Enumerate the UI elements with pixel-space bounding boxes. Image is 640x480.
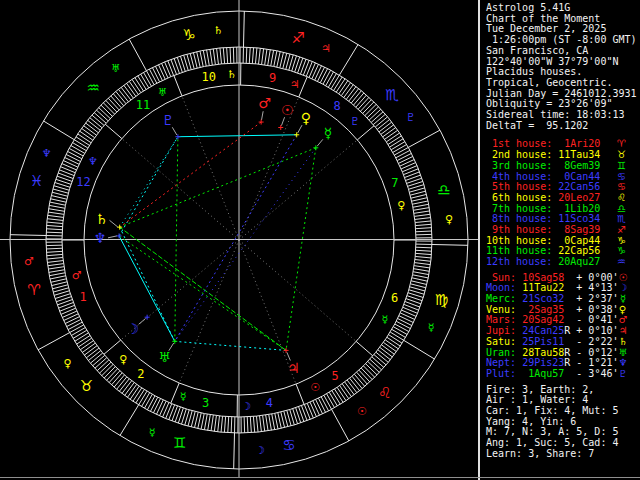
sign-ruler-glyph: ☿ [428, 321, 435, 334]
chart-wheel-pane: ♈♂♉♀♊☿♋☽♌☉♍☿♎♀♏♇♐♃♑♄♒♅♓♆1♂2♀3☿4☽5☉6☿7♀8♇… [0, 0, 478, 480]
degree-tick [399, 156, 413, 163]
degree-tick [263, 415, 265, 431]
house-ruler-glyph: ♂ [72, 269, 82, 282]
degree-tick [402, 166, 417, 172]
sign-glyph-4: ♋ [282, 436, 295, 454]
degree-tick [336, 79, 345, 92]
house-cusp-divider [296, 384, 304, 404]
degree-tick [386, 133, 399, 142]
aspect-line-ven-ura [175, 135, 297, 342]
degree-tick [227, 47, 228, 63]
house-sign-glyph: ♊ [617, 161, 626, 172]
degree-tick [383, 342, 396, 351]
degree-tick [224, 416, 225, 432]
sign-boundary [38, 333, 70, 350]
degree-tick [387, 337, 400, 346]
degree-tick [210, 49, 212, 65]
degree-tick [51, 282, 67, 286]
degree-tick [223, 48, 224, 64]
sign-ruler-glyph: ♅ [111, 62, 121, 75]
degree-tick [401, 163, 416, 169]
house-number-10: 10 [202, 70, 216, 84]
degree-tick [220, 48, 222, 64]
degree-tick [272, 414, 275, 430]
chart-wheel: ♈♂♉♀♊☿♋☽♌☉♍☿♎♀♏♇♐♃♑♄♒♅♓♆1♂2♀3☿4☽5☉6☿7♀8♇… [0, 0, 478, 480]
degree-tick [332, 391, 340, 405]
degree-tick [391, 142, 405, 150]
degree-tick [400, 159, 415, 166]
degree-tick [309, 63, 315, 78]
degree-tick [50, 202, 66, 205]
degree-tick [412, 278, 428, 281]
degree-tick [201, 414, 204, 430]
sat-icon: ♄ [618, 337, 627, 348]
degree-tick [392, 329, 406, 337]
house-number-12: 12 [76, 175, 90, 189]
planet-pointer [281, 117, 284, 125]
degree-tick [268, 50, 271, 66]
degree-tick [48, 264, 64, 266]
sign-ruler-glyph: ♃ [321, 42, 331, 55]
sign-glyph-10: ♑ [182, 26, 195, 44]
sign-boundary [408, 130, 440, 147]
sign-ruler-glyph: ♂ [24, 255, 34, 268]
degree-tick [266, 415, 268, 431]
degree-tick [194, 412, 198, 428]
degree-tick [323, 70, 331, 84]
degree-tick [397, 153, 411, 160]
degree-tick [313, 401, 320, 416]
degree-tick [149, 69, 156, 83]
degree-tick [255, 48, 256, 64]
degree-tick [413, 204, 429, 207]
house-cusp-divider [299, 77, 307, 97]
planet-glyph-plu: ♇ [162, 112, 175, 128]
degree-tick [318, 67, 325, 81]
degree-tick [315, 66, 322, 80]
degree-tick [269, 414, 272, 430]
sign-glyph-1: ♈ [27, 281, 40, 299]
planet-pointer [139, 318, 146, 324]
sign-glyph-2: ♉ [80, 377, 93, 395]
degree-tick [156, 400, 163, 414]
degree-tick [48, 215, 64, 217]
degree-tick [385, 340, 398, 349]
degree-tick [400, 313, 415, 320]
degree-tick [200, 51, 203, 67]
house-number-2: 2 [137, 367, 144, 381]
house-ruler-glyph: ♇ [350, 115, 360, 128]
degree-tick [396, 150, 410, 157]
house-cusp-divider [171, 383, 179, 403]
planet-glyph-nep: ♆ [94, 230, 107, 246]
degree-tick [126, 83, 135, 96]
degree-tick [193, 52, 197, 68]
degree-tick [47, 219, 63, 221]
sign-glyph-5: ♌ [378, 384, 391, 402]
degree-tick [321, 397, 328, 411]
degree-tick [80, 131, 93, 140]
degree-tick [153, 399, 160, 413]
house-number-11: 11 [136, 98, 150, 112]
degree-tick [71, 145, 85, 153]
house-sign-glyph: ♌ [617, 193, 626, 204]
degree-tick [61, 308, 76, 314]
degree-tick [396, 321, 410, 328]
degree-tick [320, 69, 327, 83]
aspect-line-sat-plu [120, 137, 178, 227]
degree-tick [47, 261, 63, 263]
degree-tick [231, 417, 232, 433]
degree-tick [312, 64, 319, 79]
planet-glyph-jup: ♃ [287, 360, 300, 376]
house-cusp-line [239, 240, 356, 341]
degree-tick [127, 384, 136, 397]
degree-tick [71, 328, 85, 336]
degree-tick [414, 269, 430, 272]
planet-pointer [317, 139, 323, 146]
aspect-line-mer-jup [286, 148, 316, 351]
degree-tick [49, 273, 65, 276]
sign-ruler-glyph: ♇ [405, 111, 415, 124]
sign-ruler-glyph: ♀ [64, 357, 72, 370]
house-cusp-line [239, 140, 357, 240]
sign-glyph-3: ♊ [173, 434, 186, 452]
degree-tick [398, 319, 412, 326]
degree-tick [260, 416, 262, 432]
